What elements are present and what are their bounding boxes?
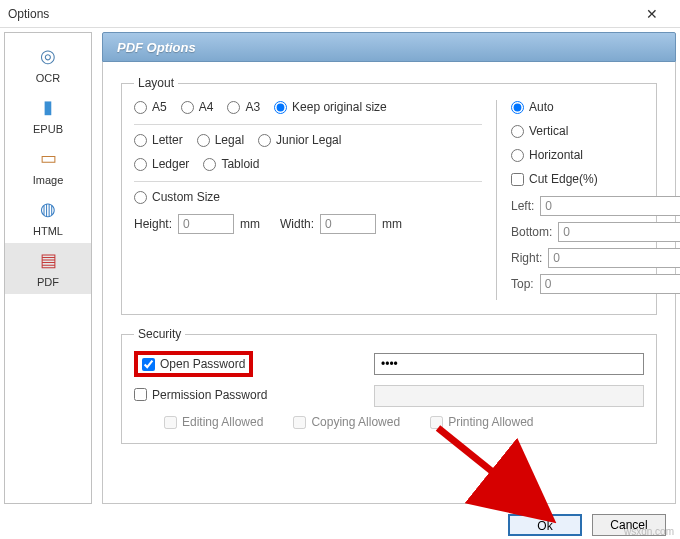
panel-title: PDF Options	[102, 32, 676, 62]
sidebar-item-pdf[interactable]: ▤ PDF	[5, 243, 91, 294]
size-a3[interactable]: A3	[227, 100, 260, 114]
orientation-auto[interactable]: Auto	[511, 100, 554, 114]
orientation-vertical[interactable]: Vertical	[511, 124, 568, 138]
pdf-icon: ▤	[35, 247, 61, 273]
margin-bottom-label: Bottom:	[511, 225, 552, 239]
epub-icon: ▮	[35, 94, 61, 120]
margin-left-label: Left:	[511, 199, 534, 213]
cut-edge-checkbox[interactable]: Cut Edge(%)	[511, 172, 598, 186]
size-legal[interactable]: Legal	[197, 133, 244, 147]
window-title: Options	[8, 7, 632, 21]
sidebar-item-image[interactable]: ▭ Image	[5, 141, 91, 192]
height-label: Height:	[134, 217, 172, 231]
main-panel: PDF Options Layout A5 A4 A3 Keep origina…	[102, 32, 676, 504]
width-label: Width:	[280, 217, 314, 231]
size-tabloid[interactable]: Tabloid	[203, 157, 259, 171]
watermark: wsxdn.com	[624, 526, 674, 537]
sidebar-item-label: OCR	[36, 72, 60, 84]
ocr-icon: ◎	[35, 43, 61, 69]
width-unit: mm	[382, 217, 402, 231]
permission-password-input[interactable]	[374, 385, 644, 407]
height-input[interactable]	[178, 214, 234, 234]
sidebar-item-label: PDF	[37, 276, 59, 288]
layout-legend: Layout	[134, 76, 178, 90]
copying-allowed-checkbox[interactable]: Copying Allowed	[293, 415, 400, 429]
layout-group: Layout A5 A4 A3 Keep original size Lette…	[121, 76, 657, 315]
open-password-input[interactable]	[374, 353, 644, 375]
width-input[interactable]	[320, 214, 376, 234]
size-junior-legal[interactable]: Junior Legal	[258, 133, 341, 147]
dialog-footer: Ok Cancel	[0, 508, 680, 539]
security-group: Security Open Password Permission Passwo…	[121, 327, 657, 444]
html-icon: ◍	[35, 196, 61, 222]
size-a5[interactable]: A5	[134, 100, 167, 114]
margin-left-input[interactable]	[540, 196, 680, 216]
size-keep-original[interactable]: Keep original size	[274, 100, 387, 114]
margin-right-input[interactable]	[548, 248, 680, 268]
margin-top-input[interactable]	[540, 274, 680, 294]
image-icon: ▭	[35, 145, 61, 171]
ok-button[interactable]: Ok	[508, 514, 582, 536]
printing-allowed-checkbox[interactable]: Printing Allowed	[430, 415, 533, 429]
margin-right-label: Right:	[511, 251, 542, 265]
margin-top-label: Top:	[511, 277, 534, 291]
titlebar: Options ✕	[0, 0, 680, 28]
size-custom[interactable]: Custom Size	[134, 190, 220, 204]
category-sidebar: ◎ OCR ▮ EPUB ▭ Image ◍ HTML ▤ PDF	[4, 32, 92, 504]
sidebar-item-epub[interactable]: ▮ EPUB	[5, 90, 91, 141]
sidebar-item-label: HTML	[33, 225, 63, 237]
open-password-highlight: Open Password	[134, 351, 253, 377]
editing-allowed-checkbox[interactable]: Editing Allowed	[164, 415, 263, 429]
size-ledger[interactable]: Ledger	[134, 157, 189, 171]
permission-password-checkbox[interactable]: Permission Password	[134, 388, 267, 402]
size-a4[interactable]: A4	[181, 100, 214, 114]
sidebar-item-html[interactable]: ◍ HTML	[5, 192, 91, 243]
open-password-checkbox[interactable]: Open Password	[142, 357, 245, 371]
sidebar-item-ocr[interactable]: ◎ OCR	[5, 39, 91, 90]
sidebar-item-label: EPUB	[33, 123, 63, 135]
height-unit: mm	[240, 217, 260, 231]
orientation-horizontal[interactable]: Horizontal	[511, 148, 583, 162]
size-letter[interactable]: Letter	[134, 133, 183, 147]
sidebar-item-label: Image	[33, 174, 64, 186]
close-icon[interactable]: ✕	[632, 0, 672, 28]
margin-bottom-input[interactable]	[558, 222, 680, 242]
security-legend: Security	[134, 327, 185, 341]
